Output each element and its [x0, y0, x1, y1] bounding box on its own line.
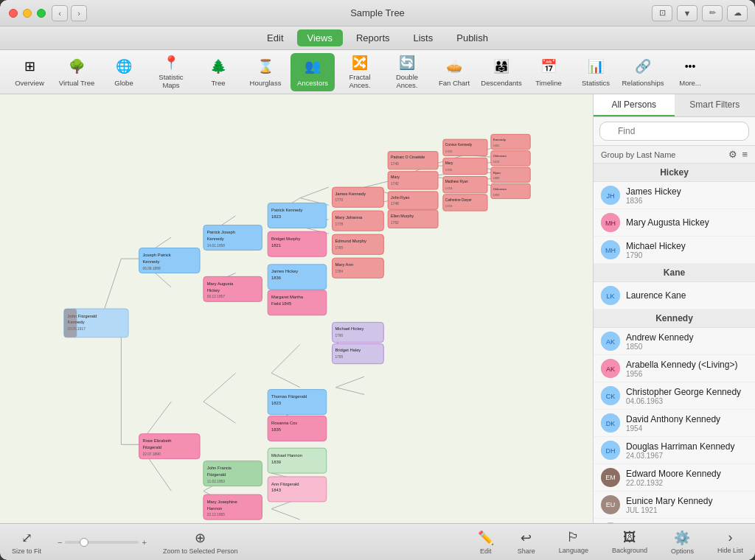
svg-text:Michael Hickey: Michael Hickey	[335, 326, 363, 331]
toolbar: ⊞ Overview 🌳 Virtual Tree 🌐 Globe 📍 Stat…	[0, 50, 755, 94]
zoom-to-person-button[interactable]: ⊕ Zoom to Selected Person	[159, 528, 243, 556]
svg-text:1722: 1722	[445, 204, 453, 208]
statistics-icon: 📊	[585, 56, 606, 77]
forward-button[interactable]: ›	[71, 5, 87, 21]
svg-text:1785: 1785	[335, 246, 343, 250]
person-date: 1790	[626, 251, 748, 259]
tile-button[interactable]: ⊡	[652, 5, 672, 21]
person-info: David Anthony Kennedy 1954	[626, 414, 748, 433]
close-button[interactable]	[9, 9, 18, 18]
person-name: Christopher George Kennedy	[626, 387, 748, 397]
menu-reports[interactable]: Reports	[346, 29, 400, 46]
minimize-button[interactable]	[23, 9, 32, 18]
bottom-center: ✏️ Edit ↩ Share 🏳 Language 🖼 Background …	[473, 528, 748, 556]
tool-descendants[interactable]: 👨‍👩‍👧 Descendants	[479, 53, 523, 91]
tool-double-ances[interactable]: 🔄 Double Ances.	[385, 53, 429, 91]
hide-list-icon: ›	[728, 530, 732, 545]
group-header-kennedy: Kennedy	[594, 309, 755, 328]
menu-publish[interactable]: Publish	[446, 29, 498, 46]
bottom-bar: ⤢ Size to Fit − + ⊕ Zoom to Selected Per…	[0, 523, 755, 560]
tool-tree[interactable]: 🌲 Tree	[196, 53, 240, 91]
hide-list-label: Hide List	[717, 547, 743, 554]
list-item[interactable]: MH Mary Augusta Hickey	[594, 209, 755, 237]
svg-text:Joseph Patrick: Joseph Patrick	[142, 253, 170, 257]
tool-statistic-maps[interactable]: 📍 Statistic Maps	[149, 53, 193, 91]
tree-area[interactable]: John Fitzgerald Kennedy 29.05.1917 Josep…	[0, 94, 593, 523]
background-button[interactable]: 🖼 Background	[608, 528, 652, 556]
language-button[interactable]: 🏳 Language	[554, 528, 593, 556]
zoom-slider[interactable]	[65, 541, 139, 544]
list-item[interactable]: JH James Hickey 1836	[594, 182, 755, 209]
share-label: Share	[518, 547, 535, 555]
tool-statistics[interactable]: 📊 Statistics	[574, 53, 618, 91]
person-name: Arabella Kennedy (<Living>)	[626, 360, 748, 370]
svg-text:MH: MH	[605, 247, 616, 254]
tool-hourglass[interactable]: ⌛ Hourglass	[243, 53, 288, 91]
svg-text:Patrick Joseph: Patrick Joseph	[207, 230, 235, 234]
tool-overview[interactable]: ⊞ Overview	[7, 53, 52, 91]
size-to-fit-button[interactable]: ⤢ Size to Fit	[7, 528, 46, 556]
svg-text:DH: DH	[606, 447, 616, 455]
tool-fan-chart[interactable]: 🥧 Fan Chart	[432, 53, 476, 91]
svg-rect-142	[443, 177, 487, 193]
avatar: MH	[601, 240, 620, 259]
descendants-icon: 👨‍👩‍👧	[491, 56, 512, 77]
list-icon[interactable]: ≡	[742, 149, 748, 160]
share-button[interactable]: ↩ Share	[513, 528, 540, 556]
hide-list-button[interactable]: › Hide List	[713, 528, 748, 556]
tool-relationships[interactable]: 🔗 Relationships	[621, 53, 665, 91]
svg-text:JH: JH	[607, 192, 615, 200]
svg-text:MH: MH	[605, 220, 616, 227]
maximize-button[interactable]	[37, 9, 46, 18]
menu-views[interactable]: Views	[297, 29, 343, 46]
person-date: 1954	[626, 424, 748, 433]
tab-all-persons[interactable]: All Persons	[594, 94, 675, 116]
options-button[interactable]: ⚙️ Options	[667, 528, 698, 556]
tool-globe[interactable]: 🌐 Globe	[102, 53, 146, 91]
svg-rect-130	[388, 192, 438, 209]
list-item[interactable]: EU Eunice Mary Kennedy JUL 1921	[594, 491, 755, 519]
tool-more[interactable]: ••• More...	[668, 53, 712, 91]
tree-label: Tree	[211, 79, 225, 87]
overview-label: Overview	[15, 79, 44, 87]
search-input[interactable]	[599, 122, 749, 141]
avatar: DH	[601, 441, 620, 460]
size-to-fit-icon: ⤢	[21, 530, 32, 546]
tool-ancestors[interactable]: 👥 Ancestors	[290, 53, 335, 91]
avatar: MH	[601, 213, 620, 232]
svg-text:Mary Augusta: Mary Augusta	[207, 281, 234, 286]
tool-fractal-ances[interactable]: 🔀 Fractal Ances.	[338, 53, 382, 91]
menu-lists[interactable]: Lists	[403, 29, 444, 46]
svg-line-33	[300, 187, 329, 198]
timeline-label: Timeline	[535, 79, 562, 87]
list-item[interactable]: AK Arabella Kennedy (<Living>) 1956	[594, 355, 755, 382]
person-info: Douglas Harriman Kennedy 24.03.1967	[626, 441, 748, 460]
edit-button[interactable]: ✏️ Edit	[473, 528, 498, 556]
person-info: Laurence Kane	[626, 290, 748, 301]
svg-text:Unknown: Unknown	[493, 187, 507, 191]
list-item[interactable]: DH Douglas Harriman Kennedy 24.03.1967	[594, 437, 755, 464]
svg-text:1748: 1748	[391, 202, 399, 206]
person-date: JUL 1921	[626, 506, 748, 514]
back-button[interactable]: ‹	[52, 5, 68, 21]
svg-text:Patrick Kennedy: Patrick Kennedy	[271, 208, 302, 212]
list-item[interactable]: EM Edward Moore Kennedy 22.02.1932	[594, 464, 755, 491]
svg-rect-127	[388, 172, 438, 189]
person-name: Edward Moore Kennedy	[626, 469, 748, 479]
svg-text:Connor Kennedy: Connor Kennedy	[445, 143, 473, 147]
list-item[interactable]: LK Laurence Kane	[594, 282, 755, 309]
settings-icon[interactable]: ⚙	[728, 149, 737, 160]
list-item[interactable]: AK Andrew Kennedy 1850	[594, 328, 755, 355]
menu-edit[interactable]: Edit	[257, 29, 293, 46]
cloud-button[interactable]: ☁	[727, 5, 748, 21]
tool-timeline[interactable]: 📅 Timeline	[526, 53, 571, 91]
tool-virtual-tree[interactable]: 🌳 Virtual Tree	[55, 53, 99, 91]
list-item[interactable]: CK Christopher George Kennedy 04.06.1963	[594, 382, 755, 410]
svg-text:1665: 1665	[493, 144, 500, 147]
tab-smart-filters[interactable]: Smart Filters	[675, 94, 756, 116]
list-item[interactable]: DK David Anthony Kennedy 1954	[594, 410, 755, 437]
svg-text:06.09.1888: 06.09.1888	[142, 267, 161, 270]
view-button[interactable]: ▼	[677, 5, 697, 21]
pen-button[interactable]: ✏	[702, 5, 723, 21]
list-item[interactable]: MH Michael Hickey 1790	[594, 237, 755, 264]
